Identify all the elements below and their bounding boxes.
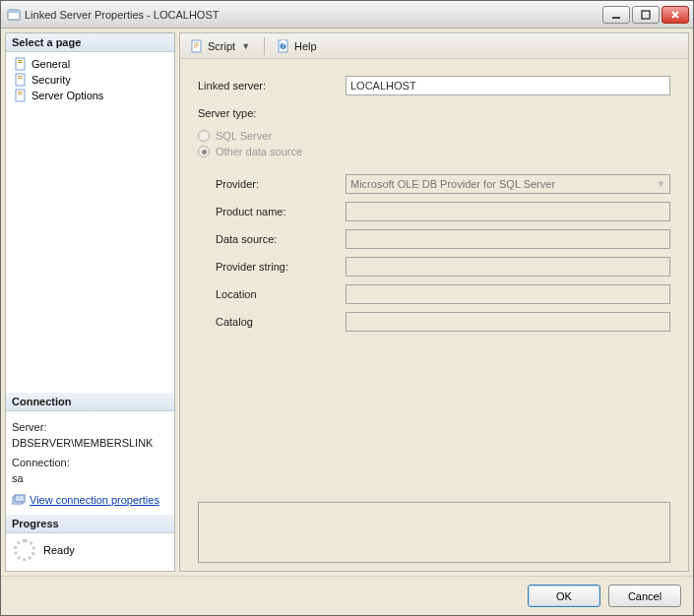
svg-rect-14 (15, 495, 25, 502)
connection-icon (12, 493, 26, 507)
svg-rect-11 (18, 92, 23, 92)
svg-rect-8 (18, 76, 23, 77)
progress-status: Ready (43, 544, 75, 556)
page-label: Server Options (32, 90, 103, 101)
separator (264, 37, 265, 55)
page-security[interactable]: Security (10, 72, 170, 88)
svg-text:?: ? (280, 39, 285, 50)
progress-spinner-icon (14, 539, 35, 561)
radio-other-data-source: Other data source (198, 146, 670, 157)
page-icon (14, 57, 28, 71)
main-panel: Script ▼ ? Help Linked server: Server ty… (179, 32, 689, 572)
connection-info: Server: DBSERVER\MEMBERSLINK Connection:… (6, 411, 174, 515)
provider-string-label: Provider string: (198, 261, 346, 273)
connection-label: Connection: (12, 455, 168, 470)
page-icon (14, 73, 28, 87)
svg-rect-4 (16, 58, 25, 70)
page-label: General (32, 58, 70, 70)
ok-button[interactable]: OK (528, 585, 600, 607)
close-button[interactable] (662, 6, 689, 24)
radio-icon (198, 130, 210, 142)
connection-value: sa (12, 470, 168, 486)
linked-server-label: Linked server: (198, 80, 346, 92)
script-button[interactable]: Script ▼ (186, 37, 256, 55)
svg-rect-9 (18, 78, 23, 79)
connection-header: Connection (6, 393, 174, 411)
radio-sql-label: SQL Server (216, 130, 272, 142)
window-buttons (602, 6, 689, 24)
body: Select a page General Security Server Op… (1, 29, 693, 576)
server-label: Server: (12, 419, 168, 435)
radio-icon (198, 146, 210, 157)
page-general[interactable]: General (10, 56, 170, 72)
progress-row: Ready (6, 533, 174, 571)
svg-rect-7 (16, 74, 25, 86)
minimize-button[interactable] (602, 6, 630, 24)
script-icon (190, 39, 204, 53)
page-server-options[interactable]: Server Options (10, 88, 170, 103)
location-input (346, 284, 670, 304)
svg-rect-1 (8, 10, 20, 13)
titlebar: Linked Server Properties - LOCALHOST (1, 1, 693, 29)
form-area: Linked server: Server type: SQL Server O… (180, 59, 688, 571)
sidebar: Select a page General Security Server Op… (5, 32, 175, 572)
page-label: Security (32, 74, 71, 86)
svg-rect-6 (18, 62, 23, 63)
cancel-button[interactable]: Cancel (608, 585, 681, 607)
view-connection-properties-label: View connection properties (30, 492, 159, 508)
product-name-label: Product name: (198, 206, 346, 217)
radio-sql-server: SQL Server (198, 130, 670, 142)
window-title: Linked Server Properties - LOCALHOST (21, 9, 602, 21)
message-area (198, 502, 670, 563)
svg-rect-10 (16, 90, 25, 101)
toolbar: Script ▼ ? Help (180, 33, 688, 59)
product-name-input (346, 202, 670, 221)
help-icon: ? (277, 39, 290, 53)
maximize-button[interactable] (632, 6, 660, 24)
radio-other-label: Other data source (216, 146, 302, 157)
chevron-down-icon: ▼ (657, 179, 665, 189)
provider-string-input (346, 257, 670, 277)
svg-rect-5 (18, 60, 23, 61)
provider-select: Microsoft OLE DB Provider for SQL Server… (346, 174, 670, 194)
svg-rect-12 (18, 93, 23, 94)
chevron-down-icon: ▼ (239, 41, 252, 51)
server-value: DBSERVER\MEMBERSLINK (12, 435, 168, 451)
provider-value: Microsoft OLE DB Provider for SQL Server (350, 178, 555, 190)
script-label: Script (208, 40, 235, 52)
select-page-header: Select a page (6, 33, 174, 52)
server-type-label: Server type: (198, 107, 346, 119)
linked-server-input[interactable] (346, 76, 670, 95)
catalog-input (346, 312, 670, 332)
app-icon (7, 8, 21, 22)
help-button[interactable]: ? Help (273, 37, 321, 55)
provider-label: Provider: (198, 178, 346, 190)
location-label: Location (198, 288, 346, 300)
page-icon (14, 89, 28, 102)
page-list: General Security Server Options (6, 52, 174, 107)
data-source-input (346, 229, 670, 249)
svg-rect-15 (192, 40, 201, 52)
footer: OK Cancel (1, 576, 693, 615)
data-source-label: Data source: (198, 233, 346, 245)
window: Linked Server Properties - LOCALHOST Sel… (0, 0, 694, 616)
help-label: Help (294, 40, 317, 52)
progress-header: Progress (6, 515, 174, 533)
svg-rect-2 (612, 17, 620, 19)
catalog-label: Catalog (198, 316, 346, 328)
svg-rect-3 (642, 11, 650, 19)
view-connection-properties-link[interactable]: View connection properties (12, 492, 159, 508)
